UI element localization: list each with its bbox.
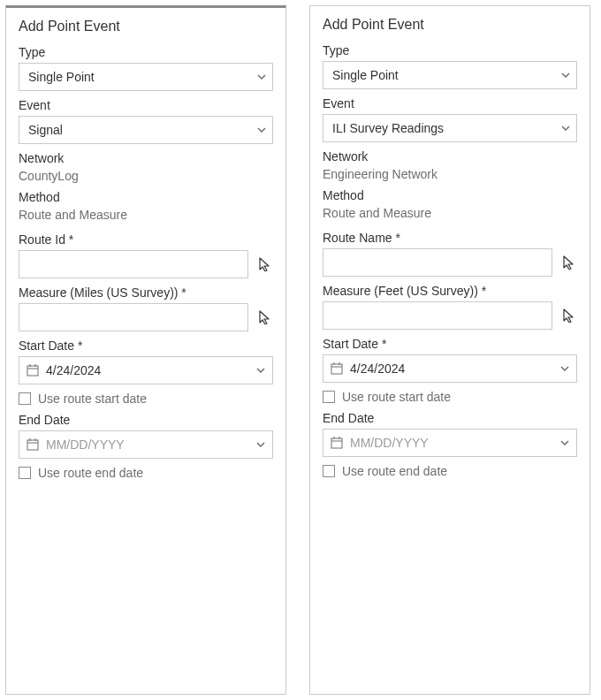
chevron-down-icon xyxy=(560,440,569,445)
start-date-picker[interactable]: 4/24/2024 xyxy=(19,356,273,384)
network-value: Engineering Network xyxy=(323,167,577,181)
checkbox-label: Use route end date xyxy=(342,464,447,478)
use-route-start-checkbox[interactable]: Use route start date xyxy=(19,392,273,406)
chevron-down-icon xyxy=(560,366,569,371)
end-date-placeholder: MM/DD/YYYY xyxy=(46,438,247,452)
event-label: Event xyxy=(19,98,273,112)
event-select-input[interactable] xyxy=(323,114,577,142)
network-label: Network xyxy=(323,149,577,164)
use-route-start-checkbox[interactable]: Use route start date xyxy=(323,390,577,404)
network-value: CountyLog xyxy=(19,169,273,183)
panel-title: Add Point Event xyxy=(323,17,577,33)
calendar-icon xyxy=(27,438,39,451)
add-point-event-panel-left: Add Point Event Type Event Network Count… xyxy=(5,5,286,695)
end-date-picker[interactable]: MM/DD/YYYY xyxy=(323,429,577,457)
checkbox-icon xyxy=(19,392,31,405)
end-date-label: End Date xyxy=(19,413,273,427)
type-label: Type xyxy=(323,43,577,57)
measure-label: Measure (Feet (US Survey)) * xyxy=(323,284,577,298)
chevron-down-icon xyxy=(256,368,265,373)
svg-rect-0 xyxy=(27,366,38,376)
svg-rect-12 xyxy=(331,438,342,448)
checkbox-label: Use route start date xyxy=(38,392,147,406)
map-pick-button[interactable] xyxy=(559,307,577,324)
start-date-picker[interactable]: 4/24/2024 xyxy=(323,354,577,383)
start-date-value: 4/24/2024 xyxy=(46,363,247,377)
calendar-icon xyxy=(27,364,39,377)
calendar-icon xyxy=(331,362,343,375)
measure-input[interactable] xyxy=(19,303,248,331)
event-select-input[interactable] xyxy=(19,116,273,144)
network-label: Network xyxy=(19,151,273,165)
start-date-label: Start Date * xyxy=(323,337,577,351)
route-label: Route Name * xyxy=(323,231,577,245)
type-select[interactable] xyxy=(323,61,577,89)
end-date-label: End Date xyxy=(323,411,577,425)
type-select[interactable] xyxy=(19,63,273,91)
method-label: Method xyxy=(323,188,577,202)
map-pick-button[interactable] xyxy=(255,255,273,273)
svg-rect-4 xyxy=(27,440,38,450)
map-pick-button[interactable] xyxy=(559,254,577,271)
checkbox-icon xyxy=(323,391,335,403)
chevron-down-icon xyxy=(256,442,265,447)
panel-title: Add Point Event xyxy=(19,19,273,34)
type-select-input[interactable] xyxy=(323,61,577,89)
type-select-input[interactable] xyxy=(19,63,273,91)
route-input[interactable] xyxy=(19,250,248,278)
type-label: Type xyxy=(19,45,273,59)
cursor-icon xyxy=(258,257,270,271)
checkbox-icon xyxy=(323,465,335,477)
checkbox-icon xyxy=(19,467,31,479)
map-pick-button[interactable] xyxy=(255,308,273,326)
svg-rect-8 xyxy=(331,364,342,374)
start-date-label: Start Date * xyxy=(19,339,273,353)
end-date-picker[interactable]: MM/DD/YYYY xyxy=(19,430,273,459)
use-route-end-checkbox[interactable]: Use route end date xyxy=(19,466,273,480)
calendar-icon xyxy=(331,437,343,449)
method-value: Route and Measure xyxy=(323,206,577,220)
method-label: Method xyxy=(19,190,273,204)
event-select[interactable] xyxy=(19,116,273,144)
end-date-placeholder: MM/DD/YYYY xyxy=(350,436,552,450)
method-value: Route and Measure xyxy=(19,208,273,222)
start-date-value: 4/24/2024 xyxy=(350,361,552,376)
use-route-end-checkbox[interactable]: Use route end date xyxy=(323,464,577,478)
measure-label: Measure (Miles (US Survey)) * xyxy=(19,285,273,300)
cursor-icon xyxy=(562,255,574,270)
measure-input[interactable] xyxy=(323,301,552,330)
route-input[interactable] xyxy=(323,248,552,277)
cursor-icon xyxy=(258,310,270,324)
checkbox-label: Use route end date xyxy=(38,466,143,480)
checkbox-label: Use route start date xyxy=(342,390,451,404)
cursor-icon xyxy=(562,308,574,323)
route-label: Route Id * xyxy=(19,232,273,247)
event-select[interactable] xyxy=(323,114,577,142)
event-label: Event xyxy=(323,96,577,110)
add-point-event-panel-right: Add Point Event Type Event Network Engin… xyxy=(309,5,590,695)
